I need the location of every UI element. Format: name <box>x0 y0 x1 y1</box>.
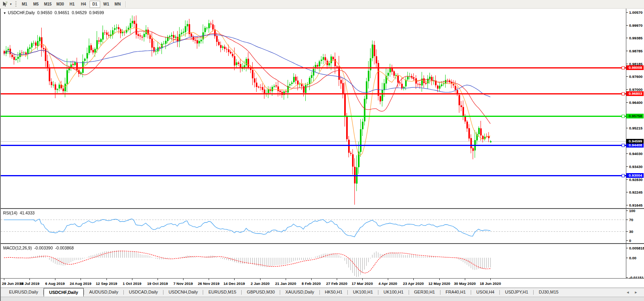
price-line-label: 0.94599 <box>626 139 644 144</box>
timeframe-button-d1[interactable]: D1 <box>90 1 100 8</box>
timeframe-button-m15[interactable]: M15 <box>42 1 53 8</box>
chart-tab-fra40-h1[interactable]: FRA40,H1 <box>440 288 471 297</box>
chart-tab-audusd-daily[interactable]: AUDUSD,Daily <box>84 288 123 297</box>
date-tick-label: 21 Jan 2020 <box>275 281 296 286</box>
axis-tick-label: 0.92830 <box>626 177 644 182</box>
date-tick-label: 14 Dec 2019 <box>224 281 245 286</box>
date-tick-label: 23 Apr 2020 <box>403 281 424 286</box>
price-line-label: 0.93004 <box>626 173 644 178</box>
date-tick-label: 18 Jun 2020 <box>480 281 501 286</box>
ohlc-close: 0.94599 <box>89 10 104 15</box>
chart-tab-uk100-h1[interactable]: UK100,H1 <box>348 288 378 297</box>
date-tick-label: 7 Nov 2019 <box>173 281 193 286</box>
toolbar-grip-handle[interactable] <box>15 1 17 7</box>
tool-dropdown-icon[interactable]: ▼ <box>9 3 14 6</box>
axis-tick-label: 0.00 <box>626 256 644 260</box>
date-tick-mark <box>490 279 491 280</box>
rsi-value: 41.4333 <box>20 211 35 215</box>
chart-tab-usdcnh-daily[interactable]: USDCNH,Daily <box>163 288 203 297</box>
timeframe-button-mn[interactable]: MN <box>112 1 123 8</box>
chart-tab-hk50-h1[interactable]: HK50,H1 <box>320 288 348 297</box>
date-tick-mark <box>388 279 388 280</box>
date-tick-mark <box>234 279 235 280</box>
timeframe-button-m1[interactable]: M1 <box>19 1 30 8</box>
timeframe-button-h1[interactable]: H1 <box>67 1 77 8</box>
date-tick-label: 19 Oct 2019 <box>147 281 168 286</box>
rsi-canvas[interactable] <box>1 209 626 243</box>
timeframe-button-m30[interactable]: M30 <box>54 1 66 8</box>
candlestick-canvas[interactable] <box>1 9 626 208</box>
chart-tab-eurusd-daily[interactable]: EURUSD,Daily <box>4 288 43 297</box>
date-tick-mark <box>465 279 465 280</box>
tab-scroll-right-icon[interactable]: ► <box>634 290 638 294</box>
chart-tab-gbpusd-m30[interactable]: GBPUSD,M30 <box>242 288 280 297</box>
chart-symbol-period: USDCHF,Daily <box>8 10 35 15</box>
price-line-label: 0.95758 <box>626 114 644 118</box>
chart-tab-eurusd-m15[interactable]: EURUSD,M15 <box>203 288 241 297</box>
date-tick-label: 17 Mar 2020 <box>352 281 373 286</box>
rsi-readout: RSI(14)41.4333 <box>3 211 35 215</box>
axis-tick-label: 70 <box>626 218 644 222</box>
date-tick-mark <box>183 279 183 280</box>
date-tick-label: 18 Jul 2019 <box>20 281 40 286</box>
date-tick-mark <box>132 279 132 280</box>
macd-plot-area[interactable]: MACD(12,26,9)-0.003390-0.003868 <box>1 244 626 278</box>
macd-label: MACD(12,26,9) <box>3 246 32 250</box>
date-tick-label: 8 Feb 2020 <box>302 281 321 286</box>
axis-tick-label: 100 <box>626 209 644 213</box>
date-tick-label: 12 May 2020 <box>428 281 450 286</box>
price-axis[interactable]: 1.005700.999700.993850.987850.981850.976… <box>626 9 644 208</box>
top-toolbar: ▼ M1M5M15M30H1H4D1W1MN <box>0 0 644 9</box>
timeframe-buttons: M1M5M15M30H1H4D1W1MN <box>19 1 123 8</box>
macd-axis[interactable]: 0.0058180.00-0.011514 <box>626 244 644 278</box>
date-tick-mark <box>260 279 261 280</box>
macd-signal-value: -0.003868 <box>55 246 73 250</box>
chart-cursor-icon <box>2 1 8 7</box>
date-tick-label: 27 Feb 2020 <box>326 281 347 286</box>
timeframe-button-h4[interactable]: H4 <box>78 1 89 8</box>
axis-tick-label: 0.96400 <box>626 100 644 105</box>
chart-window: ▼USDCHF,Daily0.945500.946510.945290.9459… <box>0 9 644 301</box>
chart-tab-usdcad-daily[interactable]: USDCAD,Daily <box>124 288 163 297</box>
axis-tick-label: 0.005818 <box>626 246 644 250</box>
date-tick-mark <box>158 279 158 280</box>
chart-collapse-icon[interactable]: ▼ <box>3 11 6 15</box>
chart-tab-uk100-h1[interactable]: UK100,H1 <box>378 288 409 297</box>
timeframe-button-w1[interactable]: W1 <box>101 1 112 8</box>
macd-readout: MACD(12,26,9)-0.003390-0.003868 <box>3 246 74 250</box>
chart-tab-usdjpy-h1[interactable]: USDJPY,H1 <box>500 288 533 297</box>
chart-tab-usoil-h4[interactable]: USOil,H4 <box>471 288 499 297</box>
chart-ohlc-readout: ▼USDCHF,Daily0.945500.946510.945290.9459… <box>3 10 104 15</box>
axis-tick-label: 0.92245 <box>626 190 644 194</box>
chart-tab-ger30-h1[interactable]: GER30,H1 <box>409 288 440 297</box>
chart-tab-usdchf-daily[interactable]: USDCHF,Daily <box>44 288 84 297</box>
ohlc-low: 0.94529 <box>72 10 87 15</box>
date-tick-mark <box>337 279 337 280</box>
cursor-tool-button[interactable] <box>1 1 9 8</box>
chart-tabs: EURUSD,DailyUSDCHF,DailyAUDUSD,DailyUSDC… <box>4 288 563 297</box>
date-tick-mark <box>439 279 440 280</box>
rsi-axis[interactable]: 10070300 <box>626 209 644 243</box>
axis-tick-label: 30 <box>626 229 644 234</box>
date-axis[interactable]: 29 Jun 201918 Jul 20196 Aug 201924 Aug 2… <box>1 279 644 288</box>
toolbar-separator <box>125 1 126 7</box>
axis-tick-label: 1.00570 <box>626 10 644 15</box>
date-tick-mark <box>106 279 107 280</box>
ohlc-high: 0.94651 <box>55 10 70 15</box>
chart-tab-xauusd-daily[interactable]: XAUUSD,Daily <box>280 288 319 297</box>
date-tick-label: 4 Apr 2020 <box>378 281 397 286</box>
date-tick-mark <box>311 279 312 280</box>
axis-tick-label: 0.91645 <box>626 203 644 207</box>
timeframe-button-m5[interactable]: M5 <box>31 1 41 8</box>
axis-tick-label: 0 <box>626 238 644 243</box>
main-chart-plot-area[interactable]: ▼USDCHF,Daily0.945500.946510.945290.9459… <box>1 9 626 208</box>
rsi-plot-area[interactable]: RSI(14)41.4333 <box>1 209 626 243</box>
axis-tick-label: 0.99970 <box>626 23 644 28</box>
date-tick-mark <box>29 279 30 280</box>
date-tick-label: 6 Aug 2019 <box>45 281 65 286</box>
macd-canvas[interactable] <box>1 244 626 278</box>
axis-tick-label: 0.98785 <box>626 49 644 53</box>
tab-scroll-left-icon[interactable]: ◄ <box>626 290 629 294</box>
chart-tab-dj30-m15[interactable]: DJ30,M15 <box>534 288 563 297</box>
rsi-panel: RSI(14)41.4333 10070300 <box>1 209 644 244</box>
